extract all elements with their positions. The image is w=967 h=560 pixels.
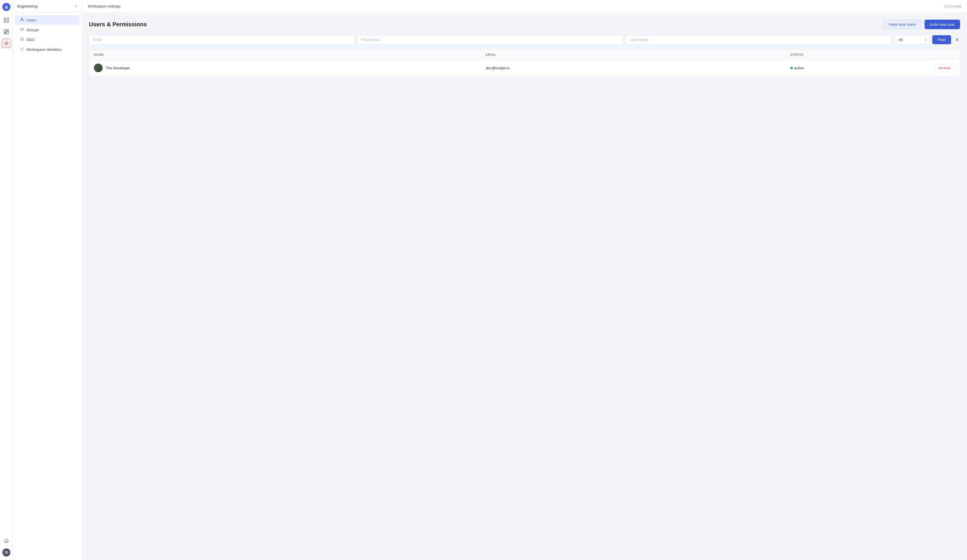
users-table-container: NAME EMAIL STATUS The Deve	[89, 49, 960, 76]
clear-filter-button[interactable]: ✕	[954, 36, 960, 44]
variables-icon	[20, 47, 24, 52]
sso-icon	[20, 37, 24, 42]
user-icon	[20, 18, 24, 23]
sidebar-item-users[interactable]: Users	[15, 15, 79, 25]
email-input[interactable]	[89, 35, 355, 44]
svg-point-19	[20, 50, 21, 51]
user-name: The Developer	[106, 66, 130, 70]
sidebar-item-workspace-variables[interactable]: Workspace Variables	[15, 45, 79, 54]
svg-rect-7	[7, 30, 9, 31]
svg-point-16	[21, 49, 23, 50]
svg-point-0	[2, 3, 10, 11]
rail-icon-settings[interactable]	[2, 39, 11, 48]
groups-icon	[20, 28, 24, 32]
svg-point-12	[21, 28, 22, 30]
col-header-email: EMAIL	[481, 49, 785, 60]
chevron-down-icon: ▾	[76, 4, 77, 8]
notifications-icon[interactable]	[2, 536, 11, 545]
svg-rect-3	[7, 18, 9, 20]
first-name-input[interactable]	[358, 35, 623, 44]
sidebar-item-groups[interactable]: Groups	[15, 25, 79, 35]
svg-point-20	[23, 50, 24, 51]
svg-point-14	[20, 38, 24, 41]
sidebar-item-users-label: Users	[26, 18, 36, 22]
workspace-selector[interactable]: Engineering ▾	[13, 0, 82, 13]
sidebar-item-sso[interactable]: SSO	[15, 35, 79, 44]
avatar-image	[94, 64, 102, 72]
archive-button[interactable]: Archive	[934, 64, 955, 72]
users-table: NAME EMAIL STATUS The Deve	[89, 49, 960, 76]
filter-button[interactable]: Filter	[932, 35, 951, 44]
topbar: Workspace settings v2.0.0-beta	[82, 0, 967, 13]
main-content: Users & Permissions Invite bulk users In…	[82, 13, 967, 560]
last-name-input[interactable]	[626, 35, 892, 44]
status-select-wrapper: All Active Archived Invited	[895, 35, 929, 44]
svg-point-11	[21, 18, 23, 20]
icon-rail: TD	[0, 0, 13, 560]
page-title: Users & Permissions	[89, 21, 147, 28]
col-header-action	[916, 49, 960, 60]
rail-icon-grid[interactable]	[2, 16, 11, 25]
topbar-title: Workspace settings	[88, 4, 120, 8]
svg-rect-5	[7, 21, 9, 23]
user-cell: The Developer	[94, 64, 476, 72]
svg-rect-9	[7, 31, 9, 34]
sidebar-nav: Users Groups SSO	[13, 13, 82, 57]
svg-point-15	[21, 39, 23, 40]
header-buttons: Invite bulk users Invite new user	[883, 20, 960, 29]
sidebar: Engineering ▾ Users Groups	[13, 0, 82, 560]
status-label: active	[794, 66, 804, 70]
page-header: Users & Permissions Invite bulk users In…	[89, 20, 960, 29]
sidebar-item-workspace-variables-label: Workspace Variables	[26, 48, 62, 52]
table-body: The Developer dev@tooljet.io active	[89, 60, 960, 76]
status-badge: active	[790, 66, 912, 70]
app-logo[interactable]	[2, 3, 10, 11]
sidebar-item-groups-label: Groups	[26, 28, 39, 32]
col-header-status: STATUS	[786, 49, 916, 60]
rail-bottom: TD	[2, 536, 11, 557]
svg-rect-4	[4, 21, 6, 23]
svg-point-18	[23, 48, 24, 49]
workspace-name: Engineering	[17, 4, 37, 8]
svg-point-13	[22, 28, 23, 30]
user-email: dev@tooljet.io	[485, 66, 510, 70]
col-header-name: NAME	[89, 49, 481, 60]
table-header-row: NAME EMAIL STATUS	[89, 49, 960, 60]
version-label: v2.0.0-beta	[944, 4, 961, 8]
main-area: Workspace settings v2.0.0-beta Users & P…	[82, 0, 967, 560]
user-avatar-rail[interactable]: TD	[2, 548, 10, 557]
table-row: The Developer dev@tooljet.io active	[89, 60, 960, 76]
avatar	[94, 64, 102, 72]
rail-icon-apps[interactable]	[2, 27, 11, 36]
user-email-cell: dev@tooljet.io	[481, 60, 785, 76]
user-action-cell: Archive	[916, 60, 960, 76]
status-select[interactable]: All Active Archived Invited	[895, 35, 929, 44]
invite-new-button[interactable]: Invite new user	[924, 20, 960, 29]
sidebar-item-sso-label: SSO	[26, 38, 35, 42]
filter-row: All Active Archived Invited Filter ✕	[89, 35, 960, 44]
svg-rect-6	[4, 30, 6, 32]
svg-point-10	[5, 43, 7, 44]
user-name-cell: The Developer	[89, 60, 481, 76]
table-header: NAME EMAIL STATUS	[89, 49, 960, 60]
user-status-cell: active	[786, 60, 916, 76]
svg-point-17	[20, 48, 21, 49]
svg-rect-8	[4, 33, 6, 34]
svg-rect-2	[4, 18, 6, 20]
invite-bulk-button[interactable]: Invite bulk users	[883, 20, 922, 29]
status-dot	[790, 67, 793, 69]
